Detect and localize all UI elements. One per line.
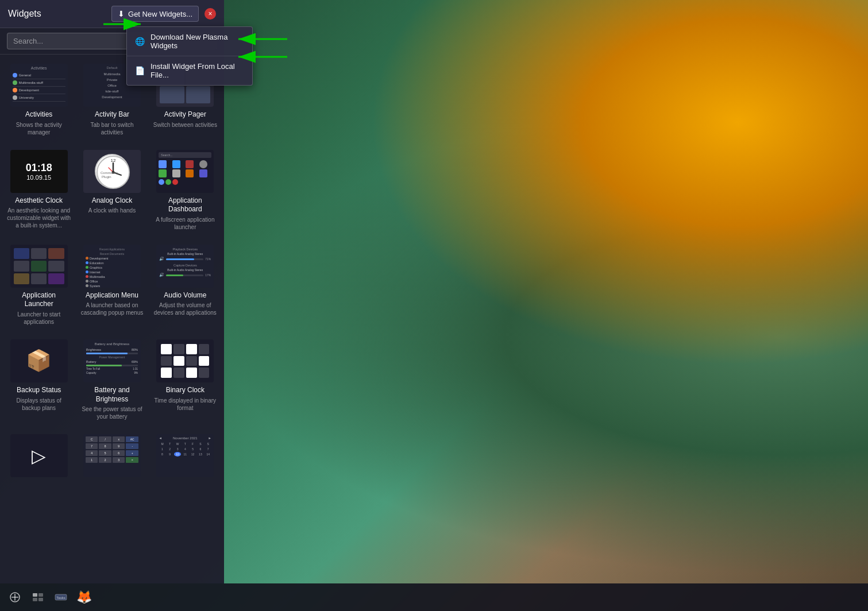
backup-status-content: 📦 [10,339,68,382]
taskbar-pager[interactable] [28,587,48,608]
widget-activity-bar-name: Activity Bar [95,110,129,119]
binary-cell-4 [199,344,210,354]
widget-binary-clock-desc: Time displayed in binary format [153,397,217,412]
widget-calculator[interactable]: C / x AC 7 8 9 - 4 5 6 + [78,430,146,487]
widgets-panel: Widgets ⬇ Get New Widgets... × 🌐 Downloa… [0,0,224,583]
widget-arrow-preview: ▷ [10,434,68,477]
binary-clock-content [156,339,214,382]
app-launcher-content [10,245,68,288]
close-button[interactable]: × [205,8,216,20]
widget-analog-clock-name: Analog Clock [92,196,133,206]
svg-text:12: 12 [111,158,116,163]
install-local-widget-item[interactable]: 📄 Install Widget From Local File... [127,56,252,85]
widget-aesthetic-clock-preview: 01:18 10.09.15 [10,150,68,193]
binary-cell-7 [186,356,197,366]
widget-calculator-preview: C / x AC 7 8 9 - 4 5 6 + [83,434,141,477]
widget-battery-brightness-name: Battery and Brightness [80,386,144,404]
widget-app-dashboard-name: Application Dashboard [153,196,217,214]
widget-analog-clock[interactable]: 12 Community Plugin Analog Clock A clock… [78,145,146,235]
binary-cell-1 [161,344,172,354]
svg-rect-12 [38,593,43,597]
widget-app-launcher-name: Application Launcher [7,291,71,309]
clock-face: 12 Community Plugin [95,154,129,188]
widget-app-menu-preview: Recent Applications Recent Documents Dev… [83,245,141,288]
widget-backup-status[interactable]: 📦 Backup Status Displays status of backu… [5,335,73,425]
widget-app-menu[interactable]: Recent Applications Recent Documents Dev… [78,240,146,330]
widget-audio-volume-desc: Adjust the volume of devices and applica… [153,301,217,316]
audio-volume-content: Playback Devices Built-in Audio Analog S… [156,245,214,288]
battery-brightness-content: Battery and Brightness Brightness80% Pow… [83,339,141,382]
svg-rect-11 [33,593,37,597]
widget-activities[interactable]: Activities General Multimedia-stuff Deve… [5,59,73,141]
analog-clock-content: 12 Community Plugin [83,150,141,193]
widget-backup-status-desc: Displays status of backup plans [7,397,71,412]
widget-audio-volume-preview: Playback Devices Built-in Audio Analog S… [156,245,214,288]
svg-rect-13 [33,598,37,601]
widget-analog-clock-desc: A clock with hands [88,207,136,214]
widget-activity-bar-desc: Tab bar to switch activities [80,121,144,136]
widget-arrow[interactable]: ▷ [5,430,73,487]
widget-battery-brightness[interactable]: Battery and Brightness Brightness80% Pow… [78,335,146,425]
widget-app-menu-desc: A launcher based on cascading popup menu… [80,301,144,316]
audio-playback-section: Playback Devices Built-in Audio Analog S… [159,248,211,261]
download-icon: ⬇ [118,9,125,18]
taskbar: Tasks 🦊 [0,583,868,611]
widget-aesthetic-clock[interactable]: 01:18 10.09.15 Aesthetic Clock An aesthe… [5,145,73,235]
widget-binary-clock-preview [156,339,214,382]
binary-cell-2 [173,344,184,354]
pager-cell-3 [160,86,184,103]
backup-icon: 📦 [26,349,52,373]
widget-activities-name: Activities [25,110,52,119]
get-new-widgets-button[interactable]: ⬇ Get New Widgets... [111,6,199,22]
svg-text:Plugin: Plugin [102,175,111,179]
widget-app-dashboard[interactable]: Search... [151,145,219,235]
widget-app-launcher[interactable]: Application Launcher Launcher to start a… [5,240,73,330]
widget-grid: Activities General Multimedia-stuff Deve… [0,55,224,583]
globe-icon: 🌐 [135,37,145,46]
calendar-content: ◄November 2021► MTW TFSS 123 4567 8910 1… [156,434,214,477]
widget-audio-volume-name: Audio Volume [164,291,206,300]
svg-text:Community: Community [101,171,118,175]
svg-rect-14 [38,598,43,601]
binary-cell-6 [173,356,184,366]
download-label: Download New Plasma Widgets [151,33,244,50]
taskbar-app-launcher[interactable] [5,587,25,608]
widget-calendar-preview: ◄November 2021► MTW TFSS 123 4567 8910 1… [156,434,214,477]
widget-analog-clock-preview: 12 Community Plugin [83,150,141,193]
taskbar-tasks[interactable]: Tasks [51,587,71,608]
widget-activity-pager-desc: Switch between activities [153,121,217,129]
install-label: Install Widget From Local File... [151,62,244,79]
dropdown-menu: 🌐 Download New Plasma Widgets 📄 Install … [126,26,253,86]
svg-text:Tasks: Tasks [56,596,65,600]
binary-cell-8 [199,356,210,366]
arrow-icon: ▷ [32,445,46,467]
widget-app-dashboard-preview: Search... [156,150,214,193]
get-new-widgets-label: Get New Widgets... [128,10,192,18]
widget-binary-clock-name: Binary Clock [166,386,205,395]
taskbar-firefox[interactable]: 🦊 [74,587,94,608]
arrow-widget-content: ▷ [10,434,68,477]
download-plasma-widgets-item[interactable]: 🌐 Download New Plasma Widgets [127,27,252,56]
audio-capture-section: Capture Devices Built-in Audio Analog St… [159,264,211,277]
calculator-content: C / x AC 7 8 9 - 4 5 6 + [83,434,141,477]
file-icon: 📄 [135,66,145,75]
widget-battery-brightness-preview: Battery and Brightness Brightness80% Pow… [83,339,141,382]
widget-aesthetic-clock-name: Aesthetic Clock [15,196,63,206]
clock-date: 10.09.15 [26,174,51,181]
widget-activity-pager-name: Activity Pager [164,110,206,119]
clock-time: 01:18 [26,162,52,174]
binary-cell-10 [173,368,184,378]
binary-cell-12 [199,368,210,378]
dash-search-bar: Search... [159,152,211,158]
aesthetic-clock-content: 01:18 10.09.15 [10,150,68,193]
binary-cell-5 [161,356,172,366]
widget-audio-volume[interactable]: Playback Devices Built-in Audio Analog S… [151,240,219,330]
widget-calendar[interactable]: ◄November 2021► MTW TFSS 123 4567 8910 1… [151,430,219,487]
panel-header: Widgets ⬇ Get New Widgets... × [0,0,224,28]
widget-backup-status-preview: 📦 [10,339,68,382]
widget-activities-desc: Shows the activity manager [7,121,71,136]
widget-aesthetic-clock-desc: An aesthetic looking and customizable wi… [7,207,71,229]
widget-binary-clock[interactable]: Binary Clock Time displayed in binary fo… [151,335,219,425]
app-dashboard-content: Search... [156,150,214,193]
binary-cell-3 [186,344,197,354]
